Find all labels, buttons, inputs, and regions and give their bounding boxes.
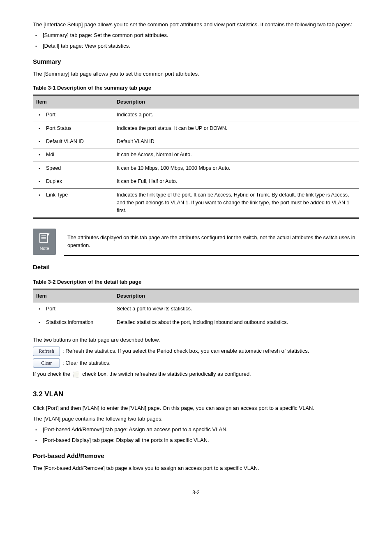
table-cell: Detailed statistics about the port, incl… xyxy=(113,316,359,329)
table-cell: Port xyxy=(36,306,55,312)
table-header: Item xyxy=(33,96,113,109)
vlan-paragraph: The [VLAN] page contains the following t… xyxy=(33,415,359,423)
period-description: If you check the check box, the switch r… xyxy=(33,370,359,378)
table-row: Default VLAN ID Default VLAN ID xyxy=(33,135,359,148)
intro-list-item: [Summary] tab page: Set the common port … xyxy=(33,31,359,39)
table-cell: Default VLAN ID xyxy=(36,139,84,144)
table-cell: Indicates the link type of the port. It … xyxy=(113,188,359,217)
note-label: Note xyxy=(39,245,49,252)
table-header: Description xyxy=(113,96,359,109)
table-header: Description xyxy=(113,290,359,303)
table-cell: It can be 10 Mbps, 100 Mbps, 1000 Mbps o… xyxy=(113,162,359,175)
table-cell: Speed xyxy=(36,165,61,171)
table-row: Port Indicates a port. xyxy=(33,109,359,122)
note-text: The attributes displayed on this tab pag… xyxy=(64,228,359,256)
refresh-button-description: : Refresh the statistics. If you select … xyxy=(62,347,309,355)
table-caption: Table 3-1 Description of the summary tab… xyxy=(33,84,359,92)
summary-heading: Summary xyxy=(33,57,359,66)
vlan-paragraph: Click [Port] and then [VLAN] to enter th… xyxy=(33,404,359,412)
table-cell: Default VLAN ID xyxy=(113,135,359,148)
table-caption: Table 3-2 Description of the detail tab … xyxy=(33,278,359,286)
period-desc-post: check box, the switch refreshes the stat… xyxy=(82,371,251,377)
vlan-subheading: Port-based Add/Remove xyxy=(33,451,359,460)
table-cell: Indicates the port status. It can be UP … xyxy=(113,122,359,135)
table-cell: Port Status xyxy=(36,125,71,131)
table-row: Statistics information Detailed statisti… xyxy=(33,316,359,329)
summary-paragraph: The [Summary] tab page allows you to set… xyxy=(33,70,359,78)
refresh-button[interactable]: Refresh xyxy=(33,347,60,356)
summary-table: Item Description Port Indicates a port. … xyxy=(33,96,359,217)
vlan-sub-paragraph: The [Port-based Add/Remove] tab page all… xyxy=(33,464,359,472)
table-cell: Statistics information xyxy=(36,319,93,325)
table-cell: Select a port to view its statistics. xyxy=(113,303,359,316)
detail-heading: Detail xyxy=(33,262,359,272)
table-row: Port Select a port to view its statistic… xyxy=(33,303,359,316)
note-icon: Note xyxy=(33,229,56,255)
clear-button[interactable]: Clear xyxy=(33,358,60,368)
detail-table: Item Description Port Select a port to v… xyxy=(33,290,359,329)
table-row: Mdi It can be Across, Normal or Auto. xyxy=(33,148,359,162)
svg-rect-0 xyxy=(40,233,48,243)
intro-paragraph: The [Interface Setup] page allows you to… xyxy=(33,21,359,29)
table-cell: It can be Full, Half or Auto. xyxy=(113,175,359,188)
period-desc-pre: If you check the xyxy=(33,371,70,377)
table-row: Duplex It can be Full, Half or Auto. xyxy=(33,175,359,188)
vlan-list-item: [Port-based Display] tab page: Display a… xyxy=(33,436,359,444)
table-cell: Mdi xyxy=(36,152,54,157)
vlan-list-item: [Port-based Add/Remove] tab page: Assign… xyxy=(33,426,359,434)
table-cell: Port xyxy=(36,112,55,118)
table-header: Item xyxy=(33,290,113,303)
table-row: Link Type Indicates the link type of the… xyxy=(33,188,359,217)
intro-list-item: [Detail] tab page: View port statistics. xyxy=(33,42,359,50)
table-row: Port Status Indicates the port status. I… xyxy=(33,122,359,135)
table-row: Speed It can be 10 Mbps, 100 Mbps, 1000 … xyxy=(33,162,359,175)
vlan-heading: 3.2 VLAN xyxy=(33,389,359,400)
clear-button-description: : Clear the statistics. xyxy=(62,359,111,367)
table-cell: Indicates a port. xyxy=(113,109,359,122)
table-cell: Duplex xyxy=(36,178,62,184)
note-block: Note The attributes displayed on this ta… xyxy=(33,228,359,256)
period-checkbox-icon xyxy=(74,372,79,377)
table-cell: It can be Across, Normal or Auto. xyxy=(113,148,359,162)
page-number: 3-2 xyxy=(33,489,359,497)
table-cell: Link Type xyxy=(36,192,68,198)
buttons-intro: The two buttons on the tab page are desc… xyxy=(33,336,359,344)
